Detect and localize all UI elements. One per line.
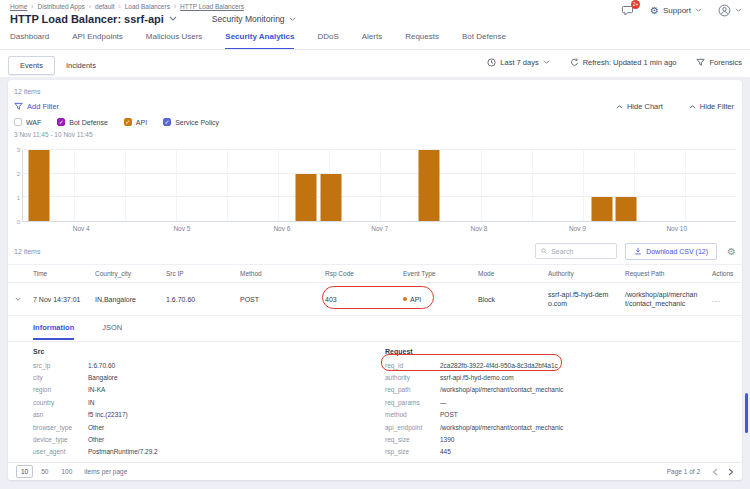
breadcrumb-item-default[interactable]: default — [95, 3, 115, 10]
chevron-up-icon — [616, 104, 623, 109]
view-selector[interactable]: Security Monitoring — [212, 14, 296, 24]
chart-gridline-v — [481, 150, 482, 221]
nav-tabs: DashboardAPI EndpointsMalicious UsersSec… — [10, 32, 506, 50]
tab-dashboard[interactable]: Dashboard — [10, 32, 49, 50]
notifications-button[interactable]: 2+ — [621, 4, 634, 17]
chart-gridline-v — [74, 150, 75, 221]
add-filter-button[interactable]: Add Filter — [14, 102, 59, 111]
breadcrumb-item-distributed-apps[interactable]: Distributed Apps — [38, 3, 85, 10]
detail-tab-information[interactable]: Information — [33, 323, 74, 340]
tab-api-endpoints[interactable]: API Endpoints — [72, 32, 123, 50]
tab-bot-defense[interactable]: Bot Defense — [462, 32, 506, 50]
next-page-icon[interactable] — [728, 468, 734, 476]
header-cell-request-path[interactable]: Request Path — [618, 270, 705, 277]
hide-filter-button[interactable]: Hide Filter — [689, 102, 734, 111]
refresh-button[interactable]: Refresh: Updated 1 min ago — [570, 58, 677, 67]
chart-bar[interactable] — [419, 150, 440, 221]
checkbox-bot-defense[interactable]: ✓Bot Defense — [57, 118, 108, 126]
chart-y-axis: 0123 — [10, 150, 20, 222]
cell-country-city: IN,Bangalore — [88, 296, 159, 303]
page-nav — [712, 468, 734, 476]
table-settings-gear-icon[interactable]: ⚙ — [727, 246, 736, 257]
detail-value: /workshop/api/merchant/contact_mechanic — [440, 424, 563, 431]
forensics-label: Forensics — [709, 58, 742, 67]
header-cell-country-city[interactable]: Country_city — [88, 270, 159, 277]
page-title: HTTP Load Balancer: ssrf-api — [10, 13, 164, 25]
detail-row-req-size: req_size1390 — [385, 433, 730, 445]
tab-requests[interactable]: Requests — [405, 32, 439, 50]
header-cell-mode[interactable]: Mode — [471, 270, 541, 277]
detail-value: /workshop/api/merchant/contact_mechanic — [440, 386, 563, 393]
chart-gridline-v — [685, 150, 686, 221]
src-section-heading: Src — [33, 348, 44, 355]
segment-incidents[interactable]: Incidents — [55, 57, 107, 74]
chart-date-range: 3 Nov 11:45 - 10 Nov 11:45 — [14, 131, 93, 138]
title-chevron-down-icon[interactable] — [169, 16, 177, 22]
event-type-checkboxes: WAF✓Bot Defense✓API✓Service Policy — [14, 118, 219, 126]
header-cell-src-ip[interactable]: Src IP — [159, 270, 233, 277]
detail-tabs-divider — [8, 341, 742, 342]
header-cell-time[interactable]: Time — [26, 270, 88, 277]
cell-src-ip: 1.6.70.60 — [159, 296, 233, 303]
funnel-icon — [14, 102, 23, 111]
cell-rsp-code: 403 — [318, 296, 396, 303]
detail-key: method — [385, 411, 440, 418]
time-range-selector[interactable]: Last 7 days — [487, 58, 549, 67]
header-cell-event-type[interactable]: Event Type — [396, 270, 471, 277]
hide-chart-label: Hide Chart — [627, 102, 663, 111]
detail-tab-json[interactable]: JSON — [102, 323, 122, 340]
detail-value: IN-KA — [88, 386, 105, 393]
title-row: HTTP Load Balancer: ssrf-api Security Mo… — [10, 13, 296, 25]
chart-bar[interactable] — [296, 174, 317, 221]
chart-gridline-v — [125, 150, 126, 221]
breadcrumb-item-load-balancers[interactable]: Load Balancers — [125, 3, 170, 10]
header-cell-rsp-code[interactable]: Rsp Code — [318, 270, 396, 277]
detail-row-method: methodPOST — [385, 409, 730, 421]
hide-chart-button[interactable]: Hide Chart — [616, 102, 663, 111]
detail-row-src-ip: src_ip1.6.70.60 — [33, 359, 353, 371]
breadcrumb-item-http-load-balancers[interactable]: HTTP Load Balancers — [180, 3, 244, 10]
checkbox-waf[interactable]: WAF — [14, 118, 41, 126]
chart-y-tick: 0 — [17, 219, 20, 225]
search-input[interactable] — [551, 248, 611, 255]
breadcrumb: Home›Distributed Apps›default›Load Balan… — [10, 3, 244, 10]
detail-value: POST — [440, 411, 458, 418]
row-expand-chevron-icon[interactable] — [8, 297, 26, 302]
events-incidents-toggle: EventsIncidents — [8, 56, 107, 75]
chart-bar[interactable] — [321, 174, 342, 221]
scrollbar-thumb[interactable] — [745, 393, 748, 433]
detail-row-user-agent: user_agentPostmanRuntime/7.29.2 — [33, 446, 353, 458]
page-size-50[interactable]: 50 — [36, 465, 53, 478]
tab-alerts[interactable]: Alerts — [362, 32, 382, 50]
forensics-button[interactable]: Forensics — [696, 58, 742, 67]
chart-bar[interactable] — [616, 197, 637, 221]
page-size-options: 1050100 — [16, 465, 80, 478]
download-csv-button[interactable]: Download CSV (12) — [625, 243, 717, 260]
detail-tabs: InformationJSON — [33, 323, 122, 340]
row-actions-menu[interactable]: ... — [705, 296, 742, 303]
support-menu[interactable]: ⚙ Support — [650, 6, 702, 16]
segment-events[interactable]: Events — [8, 56, 55, 75]
tab-security-analytics[interactable]: Security Analytics — [225, 32, 294, 50]
header-cell-authority[interactable]: Authority — [541, 270, 618, 277]
checkbox-service-policy[interactable]: ✓Service Policy — [163, 118, 219, 126]
tab-malicious-users[interactable]: Malicious Users — [146, 32, 202, 50]
support-gear-icon: ⚙ — [650, 6, 659, 16]
checkbox-api[interactable]: ✓API — [124, 118, 147, 126]
items-per-page-label: items per page — [84, 468, 127, 475]
table-header-row: TimeCountry_citySrc IPMethodRsp CodeEven… — [8, 264, 742, 283]
breadcrumb-item-home[interactable]: Home — [10, 3, 27, 10]
detail-value: 1.6.70.60 — [88, 362, 115, 369]
table-row[interactable]: 7 Nov 14:37:01 IN,Bangalore 1.6.70.60 PO… — [8, 283, 742, 316]
header-cell-method[interactable]: Method — [233, 270, 318, 277]
account-menu[interactable] — [718, 4, 742, 17]
page-size-100[interactable]: 100 — [56, 465, 77, 478]
prev-page-icon[interactable] — [712, 468, 718, 476]
chart-bar[interactable] — [591, 197, 612, 221]
page-size-10[interactable]: 10 — [16, 465, 33, 478]
chart-gridline-v — [278, 150, 279, 221]
header-cell-actions[interactable]: Actions — [705, 270, 742, 277]
chart-bar[interactable] — [28, 150, 49, 221]
detail-row-req-id: req_id2ca282fb-3922-4f4d-950a-8c3da2bf4a… — [385, 359, 730, 371]
tab-ddos[interactable]: DDoS — [317, 32, 338, 50]
